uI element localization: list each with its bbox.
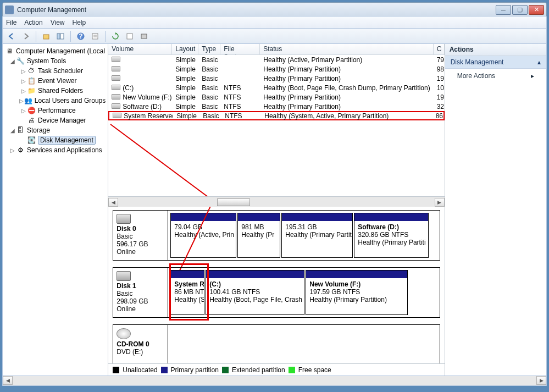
partition[interactable]: New Volume (F:)197.59 GB NTFSHealthy (Pr… — [306, 270, 408, 315]
menu-view[interactable]: View — [51, 19, 65, 26]
tree-disk-management[interactable]: 💽Disk Management — [3, 135, 108, 145]
tree-task-scheduler[interactable]: ▷⏱Task Scheduler — [3, 66, 108, 76]
volume-row[interactable]: SimpleBasicHealthy (Primary Partition)98 — [108, 64, 444, 74]
disk-icon — [117, 271, 131, 281]
computer-icon: 🖥 — [5, 47, 14, 56]
partition[interactable]: (C:)100.41 GB NTFSHealthy (Boot, Page Fi… — [206, 270, 304, 315]
col-c[interactable]: C — [434, 44, 445, 54]
tree-services[interactable]: ▷⚙Services and Applications — [3, 145, 108, 155]
clock-icon: ⏱ — [27, 67, 36, 75]
svg-rect-2 — [60, 34, 64, 39]
volume-row[interactable]: New Volume (F:)SimpleBasicNTFSHealthy (P… — [108, 92, 444, 102]
list-button[interactable] — [124, 31, 135, 42]
expand-icon[interactable]: ▷ — [20, 78, 27, 84]
cdrom-partitions — [168, 325, 439, 363]
cdrom-icon — [117, 328, 131, 339]
expand-icon[interactable]: ▷ — [20, 108, 27, 114]
disk-row-cdrom[interactable]: CD-ROM 0 DVD (E:) No Media — [113, 324, 440, 363]
tree-system-tools[interactable]: ◢🔧System Tools — [3, 56, 108, 66]
perf-icon: ⛔ — [27, 106, 36, 115]
partition[interactable]: 981 MBHealthy (Pr — [237, 213, 280, 258]
actions-section[interactable]: Disk Management ▴ — [445, 56, 546, 69]
help-button[interactable]: ? — [75, 31, 86, 42]
volume-row[interactable]: SimpleBasicHealthy (Active, Primary Part… — [108, 55, 444, 64]
scroll-right-icon[interactable]: ▶ — [435, 198, 445, 207]
volume-row[interactable]: SimpleBasicHealthy (Primary Partition)19 — [108, 74, 444, 83]
tree-storage[interactable]: ◢🗄Storage — [3, 125, 108, 135]
col-status[interactable]: Status — [260, 44, 433, 54]
disk-row-0[interactable]: Disk 0 Basic 596.17 GB Online 79.04 GBHe… — [113, 210, 440, 261]
submenu-icon: ▸ — [531, 72, 534, 80]
collapse-icon[interactable]: ◢ — [9, 128, 16, 134]
scroll-track[interactable] — [118, 198, 434, 207]
settings-button[interactable] — [138, 31, 149, 42]
partition[interactable]: Software (D:)320.86 GB NTFSHealthy (Prim… — [354, 213, 429, 258]
tree-device-manager[interactable]: 🖨Device Manager — [3, 115, 108, 125]
up-button[interactable] — [41, 31, 52, 42]
legend-unalloc: Unallocated — [123, 366, 157, 374]
event-icon: 📋 — [27, 76, 36, 85]
legend-swatch-unalloc — [113, 367, 119, 373]
menu-action[interactable]: Action — [24, 19, 42, 26]
partition[interactable]: 195.31 GBHealthy (Primary Partit — [281, 213, 353, 258]
expand-icon[interactable]: ▷ — [20, 88, 27, 94]
col-volume[interactable]: Volume — [108, 44, 172, 54]
volume-hscroll[interactable]: ◀ ▶ — [108, 197, 444, 207]
volume-row[interactable]: System ReservedSimpleBasicNTFSHealthy (S… — [108, 111, 444, 120]
col-type[interactable]: Type — [198, 44, 220, 54]
disk-0-partitions: 79.04 GBHealthy (Active, Prin981 MBHealt… — [168, 211, 439, 260]
actions-header: Actions — [445, 44, 546, 56]
tree-event-viewer[interactable]: ▷📋Event Viewer — [3, 76, 108, 86]
folder-icon: 📁 — [27, 86, 36, 95]
minimize-button[interactable]: ─ — [496, 5, 511, 15]
svg-rect-8 — [127, 34, 132, 39]
app-icon — [5, 5, 14, 14]
col-fs[interactable]: File System — [220, 44, 260, 54]
storage-icon: 🗄 — [16, 126, 25, 135]
properties-button[interactable] — [90, 31, 101, 42]
services-icon: ⚙ — [16, 146, 25, 154]
legend-swatch-free — [289, 367, 295, 373]
toolbar: ? — [2, 29, 547, 44]
svg-rect-0 — [43, 35, 49, 39]
refresh-button[interactable] — [110, 31, 121, 42]
back-button[interactable] — [6, 31, 17, 42]
volume-row[interactable]: Software (D:)SimpleBasicNTFSHealthy (Pri… — [108, 102, 444, 111]
close-button[interactable]: ✕ — [529, 5, 544, 15]
device-icon: 🖨 — [27, 116, 36, 125]
scroll-thumb[interactable] — [217, 198, 250, 206]
scroll-left-icon[interactable]: ◀ — [3, 376, 13, 385]
bottom-hscroll[interactable]: ◀ ▶ — [2, 376, 547, 386]
volume-icon — [112, 103, 120, 109]
tree-shared-folders[interactable]: ▷📁Shared Folders — [3, 86, 108, 96]
menu-file[interactable]: File — [6, 19, 16, 26]
partition[interactable]: System R86 MB NTIHealthy (S — [170, 270, 204, 315]
tree-root[interactable]: 🖥Computer Management (Local — [3, 46, 108, 56]
volume-icon — [112, 94, 120, 100]
show-hide-tree-button[interactable] — [55, 31, 66, 42]
actions-more[interactable]: More Actions ▸ — [445, 69, 546, 83]
forward-button[interactable] — [20, 31, 31, 42]
svg-rect-5 — [92, 34, 98, 39]
legend-free: Free space — [298, 366, 331, 374]
scroll-right-icon[interactable]: ▶ — [536, 376, 546, 385]
tree-performance[interactable]: ▷⛔Performance — [3, 106, 108, 115]
expand-icon[interactable]: ▷ — [18, 98, 24, 104]
scroll-left-icon[interactable]: ◀ — [108, 198, 118, 207]
disk-info-cdrom: CD-ROM 0 DVD (E:) No Media — [113, 325, 168, 363]
expand-icon[interactable]: ▷ — [9, 147, 16, 153]
expand-icon[interactable]: ▷ — [20, 68, 27, 74]
col-layout[interactable]: Layout — [172, 44, 198, 54]
legend-primary: Primary partition — [171, 366, 219, 374]
maximize-button[interactable]: ▢ — [512, 5, 528, 15]
partition[interactable]: 79.04 GBHealthy (Active, Prin — [170, 213, 236, 258]
disk-row-1[interactable]: Disk 1 Basic 298.09 GB Online System R86… — [113, 267, 440, 318]
svg-rect-9 — [141, 34, 147, 38]
collapse-icon[interactable]: ◢ — [9, 58, 16, 64]
disk-icon — [117, 214, 131, 224]
volume-row[interactable]: (C:)SimpleBasicNTFSHealthy (Boot, Page F… — [108, 83, 444, 92]
legend-swatch-primary — [161, 367, 168, 373]
tree-local-users[interactable]: ▷👥Local Users and Groups — [3, 96, 108, 106]
scroll-track[interactable] — [13, 376, 536, 385]
menu-help[interactable]: Help — [73, 19, 86, 26]
